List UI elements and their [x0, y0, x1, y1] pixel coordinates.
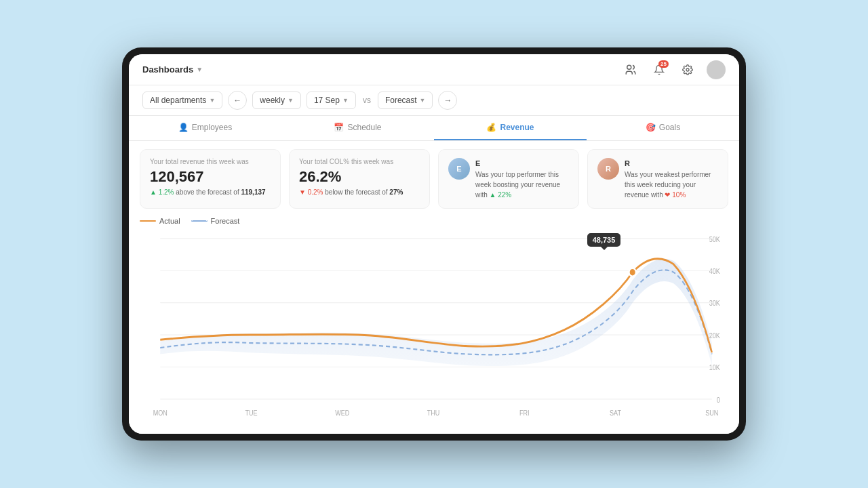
employees-icon: 👤	[178, 123, 189, 132]
settings-icon[interactable]	[678, 60, 697, 79]
col-forecast: 27%	[389, 188, 403, 196]
tab-revenue-label: Revenue	[500, 123, 534, 132]
top-performer-initial: E	[475, 158, 569, 169]
weak-performer-info: R Was your weakest performer this week r…	[625, 158, 718, 200]
chart-wrapper: 48,735 50K 40K 30K 20K 10K 0	[140, 230, 728, 424]
svg-text:MON: MON	[153, 408, 167, 416]
actual-legend-line	[140, 220, 156, 222]
header: Dashboards ▼ 25	[129, 54, 739, 85]
revenue-label: Your total revenue this week was	[150, 158, 271, 165]
tooltip-dot	[629, 268, 636, 276]
department-select[interactable]: All departments ▼	[142, 92, 222, 109]
title-text: Dashboards	[142, 64, 193, 75]
goals-icon: 🎯	[646, 123, 656, 132]
revenue-value: 120,567	[150, 168, 271, 186]
tab-bar: 👤 Employees 📅 Schedule 💰 Revenue 🎯 Goals	[129, 116, 739, 141]
svg-text:50K: 50K	[709, 235, 721, 243]
next-period-button[interactable]: →	[438, 91, 457, 110]
revenue-trend-icon: ▲	[150, 188, 159, 196]
chart-area: Actual Forecast 48,735 50K 40	[129, 217, 739, 434]
svg-text:FRI: FRI	[519, 408, 530, 416]
top-performer-info: E Was your top performer this week boost…	[475, 158, 569, 200]
weak-performer-initial: R	[625, 158, 718, 169]
user-avatar[interactable]	[707, 60, 726, 79]
dashboard-title[interactable]: Dashboards ▼	[142, 64, 203, 75]
main-content: Your total revenue this week was 120,567…	[129, 141, 739, 434]
weak-performer-trend: ❤ 10%	[665, 191, 686, 199]
svg-text:0: 0	[717, 395, 721, 403]
tab-schedule-label: Schedule	[347, 123, 381, 132]
forecast-legend: Forecast	[191, 217, 240, 225]
compare-select[interactable]: Forecast ▼	[378, 92, 433, 109]
header-actions: 25	[621, 60, 726, 79]
weak-performer-card: R R Was your weakest performer this week…	[587, 149, 728, 209]
svg-text:10K: 10K	[709, 363, 721, 371]
svg-text:SUN: SUN	[705, 408, 718, 416]
tab-goals[interactable]: 🎯 Goals	[587, 116, 739, 140]
stat-cards-row: Your total revenue this week was 120,567…	[129, 141, 739, 217]
revenue-trend-pct: 1.2%	[159, 188, 174, 196]
col-sub: ▼ 0.2% below the forecast of 27%	[299, 188, 420, 196]
compare-chevron: ▼	[420, 97, 426, 104]
revenue-chart: 50K 40K 30K 20K 10K 0	[140, 230, 728, 424]
col-trend-text: below the forecast of	[325, 188, 389, 196]
vs-label: vs	[361, 96, 372, 105]
tab-employees-label: Employees	[192, 123, 232, 132]
svg-text:THU: THU	[427, 408, 440, 416]
revenue-trend-text: above the forecast of	[176, 188, 241, 196]
people-icon[interactable]	[621, 60, 640, 79]
period-chevron: ▼	[288, 97, 294, 104]
screen: Dashboards ▼ 25	[129, 54, 739, 434]
svg-text:40K: 40K	[709, 267, 721, 275]
schedule-icon: 📅	[334, 123, 344, 132]
actual-legend-label: Actual	[159, 217, 180, 225]
svg-text:30K: 30K	[709, 299, 721, 307]
top-performer-avatar: E	[448, 158, 470, 180]
forecast-legend-label: Forecast	[211, 217, 240, 225]
svg-point-0	[627, 65, 631, 69]
department-chevron: ▼	[209, 97, 215, 104]
prev-period-button[interactable]: ←	[228, 91, 247, 110]
device-frame: Dashboards ▼ 25	[122, 47, 746, 441]
top-performer-card: E E Was your top performer this week boo…	[438, 149, 579, 209]
title-chevron: ▼	[196, 66, 203, 73]
revenue-icon: 💰	[486, 123, 496, 132]
notification-icon[interactable]: 25	[650, 60, 669, 79]
tab-goals-label: Goals	[659, 123, 680, 132]
col-label: Your total COL% this week was	[299, 158, 420, 165]
top-performer-label: Was your top performer this week boostin…	[475, 171, 560, 199]
period-select[interactable]: weekly ▼	[252, 92, 301, 109]
forecast-legend-line	[191, 220, 208, 222]
col-trend-icon: ▼	[299, 188, 308, 196]
weak-performer-avatar: R	[597, 158, 619, 180]
tab-employees[interactable]: 👤 Employees	[129, 116, 281, 140]
revenue-card: Your total revenue this week was 120,567…	[140, 149, 281, 209]
svg-point-1	[686, 68, 689, 71]
date-chevron: ▼	[342, 97, 349, 104]
col-card: Your total COL% this week was 26.2% ▼ 0.…	[289, 149, 430, 209]
col-trend-pct: 0.2%	[308, 188, 323, 196]
toolbar: All departments ▼ ← weekly ▼ 17 Sep ▼ vs…	[129, 85, 739, 116]
svg-text:SAT: SAT	[610, 408, 621, 416]
tab-schedule[interactable]: 📅 Schedule	[281, 116, 434, 140]
top-performer-trend: ▲ 22%	[490, 191, 512, 199]
revenue-forecast: 119,137	[241, 188, 265, 196]
date-select[interactable]: 17 Sep ▼	[307, 92, 356, 109]
notification-badge: 25	[658, 60, 669, 68]
svg-text:20K: 20K	[709, 331, 721, 340]
actual-legend: Actual	[140, 217, 180, 225]
tab-revenue[interactable]: 💰 Revenue	[434, 116, 587, 140]
chart-legend: Actual Forecast	[140, 217, 728, 225]
svg-text:TUE: TUE	[245, 408, 258, 416]
col-value: 26.2%	[299, 168, 420, 186]
revenue-sub: ▲ 1.2% above the forecast of 119,137	[150, 188, 271, 196]
svg-text:WED: WED	[335, 408, 349, 416]
